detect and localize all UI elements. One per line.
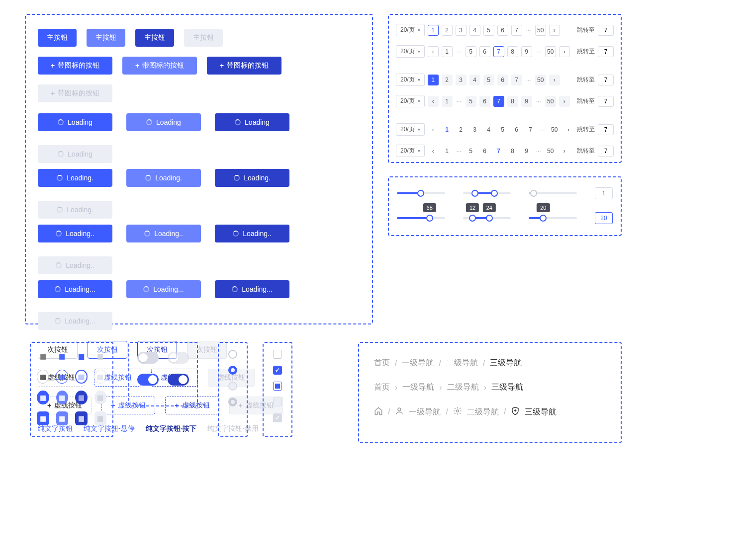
solid-icon-button-hover[interactable]: ▦ bbox=[56, 391, 69, 404]
checkbox-checked[interactable] bbox=[273, 366, 282, 375]
primary-button-hover[interactable]: 主按钮 bbox=[87, 29, 125, 47]
jump-input[interactable] bbox=[598, 46, 614, 57]
page-3[interactable]: 3 bbox=[469, 124, 480, 135]
bc-l2[interactable]: 二级导航 bbox=[447, 382, 479, 393]
loading-button-active[interactable]: Loading. bbox=[215, 169, 289, 187]
page-4[interactable]: 4 bbox=[483, 124, 494, 135]
loading-button[interactable]: Loading. bbox=[38, 169, 112, 187]
toggle-off[interactable] bbox=[137, 352, 159, 364]
slider-input-active[interactable] bbox=[595, 212, 613, 224]
icon-button-active[interactable]: 带图标的按钮 bbox=[207, 57, 281, 75]
toggle-on[interactable] bbox=[137, 374, 159, 386]
jump-input[interactable] bbox=[598, 124, 614, 135]
page-7[interactable]: 7 bbox=[493, 146, 504, 157]
page-prev[interactable]: ‹ bbox=[428, 96, 439, 107]
page-5[interactable]: 5 bbox=[466, 46, 476, 57]
page-next[interactable]: › bbox=[559, 146, 570, 157]
page-1[interactable]: 1 bbox=[442, 46, 453, 57]
slider-range[interactable] bbox=[463, 192, 511, 194]
slider-range-tooltip[interactable]: 1224 bbox=[463, 217, 511, 219]
ring-icon-button-active[interactable]: ▦ bbox=[75, 370, 88, 384]
page-last[interactable]: 50 bbox=[549, 124, 560, 135]
radio-unchecked[interactable] bbox=[228, 350, 237, 359]
loading-button[interactable]: Loading.. bbox=[38, 225, 112, 242]
bc-l1[interactable]: 一级导航 bbox=[402, 382, 434, 393]
square-icon-button[interactable]: ▦ bbox=[37, 411, 49, 425]
page-6[interactable]: 6 bbox=[511, 124, 522, 135]
user-icon[interactable] bbox=[395, 406, 404, 417]
page-8[interactable]: 8 bbox=[507, 96, 518, 107]
page-3[interactable]: 3 bbox=[456, 25, 466, 36]
page-1[interactable]: 1 bbox=[442, 124, 453, 135]
toggle-on-active[interactable] bbox=[168, 374, 189, 386]
solid-icon-button-active[interactable]: ▦ bbox=[75, 391, 88, 404]
page-last[interactable]: 50 bbox=[535, 25, 546, 36]
square-icon-button-active[interactable]: ▦ bbox=[75, 411, 88, 425]
page-next[interactable]: › bbox=[549, 75, 560, 85]
bc-home[interactable]: 首页 bbox=[374, 382, 390, 393]
slider-tooltip[interactable]: 20 bbox=[529, 217, 577, 219]
loading-button-hover[interactable]: Loading bbox=[126, 113, 201, 131]
loading-button-hover[interactable]: Loading. bbox=[126, 169, 201, 187]
page-2[interactable]: 2 bbox=[442, 25, 453, 36]
page-size-select[interactable]: 20/页▾ bbox=[396, 145, 425, 157]
loading-button-hover[interactable]: Loading.. bbox=[126, 225, 201, 242]
page-2[interactable]: 2 bbox=[442, 75, 453, 85]
page-7[interactable]: 7 bbox=[493, 46, 504, 57]
ring-icon-button[interactable]: ▦ bbox=[37, 370, 49, 384]
page-last[interactable]: 50 bbox=[545, 46, 556, 57]
page-3[interactable]: 3 bbox=[456, 75, 466, 85]
loading-button-active[interactable]: Loading bbox=[215, 113, 289, 131]
page-1[interactable]: 1 bbox=[428, 25, 439, 36]
gear-icon[interactable] bbox=[453, 406, 462, 417]
grid-icon-hover[interactable]: ▦ bbox=[56, 350, 69, 363]
page-size-select[interactable]: 20/页▾ bbox=[396, 74, 425, 86]
loading-button-active[interactable]: Loading... bbox=[215, 280, 289, 298]
page-7[interactable]: 7 bbox=[511, 25, 522, 36]
page-5[interactable]: 5 bbox=[483, 25, 494, 36]
page-next[interactable]: › bbox=[563, 124, 574, 135]
grid-icon[interactable]: ▦ bbox=[37, 350, 49, 363]
icon-button[interactable]: 带图标的按钮 bbox=[38, 57, 112, 75]
ring-icon-button-hover[interactable]: ▦ bbox=[56, 370, 68, 384]
slider-tooltip[interactable]: 68 bbox=[397, 217, 445, 219]
page-last[interactable]: 50 bbox=[545, 146, 556, 157]
page-4[interactable]: 4 bbox=[469, 25, 480, 36]
page-6[interactable]: 6 bbox=[479, 46, 490, 57]
page-6[interactable]: 6 bbox=[497, 25, 508, 36]
page-4[interactable]: 4 bbox=[469, 75, 480, 85]
primary-button-active[interactable]: 主按钮 bbox=[135, 29, 174, 47]
radio-checked[interactable] bbox=[228, 366, 237, 375]
loading-button-active[interactable]: Loading.. bbox=[215, 225, 289, 242]
page-last[interactable]: 50 bbox=[535, 75, 546, 85]
page-last[interactable]: 50 bbox=[545, 96, 556, 107]
loading-button-hover[interactable]: Loading... bbox=[126, 280, 201, 298]
solid-icon-button[interactable]: ▦ bbox=[37, 391, 49, 404]
page-7[interactable]: 7 bbox=[493, 96, 504, 107]
page-size-select[interactable]: 20/页▾ bbox=[396, 123, 425, 136]
home-icon[interactable] bbox=[374, 406, 383, 417]
checkbox-unchecked[interactable] bbox=[273, 350, 282, 359]
bc-home[interactable]: 首页 bbox=[374, 358, 390, 368]
loading-button[interactable]: Loading... bbox=[38, 280, 112, 298]
slider-input[interactable] bbox=[595, 187, 613, 199]
page-7[interactable]: 7 bbox=[511, 75, 522, 85]
page-1[interactable]: 1 bbox=[442, 146, 453, 157]
page-9[interactable]: 9 bbox=[521, 46, 532, 57]
bc-l1[interactable]: 一级导航 bbox=[402, 358, 434, 368]
checkbox-indeterminate[interactable] bbox=[273, 382, 282, 391]
page-8[interactable]: 8 bbox=[507, 146, 518, 157]
page-size-select[interactable]: 20/页▾ bbox=[396, 24, 425, 36]
page-1[interactable]: 1 bbox=[442, 96, 453, 107]
jump-input[interactable] bbox=[598, 96, 614, 107]
page-5[interactable]: 5 bbox=[497, 124, 508, 135]
page-5[interactable]: 5 bbox=[466, 96, 476, 107]
page-next[interactable]: › bbox=[549, 25, 560, 36]
page-next[interactable]: › bbox=[559, 46, 570, 57]
page-8[interactable]: 8 bbox=[507, 46, 518, 57]
page-size-select[interactable]: 20/页▾ bbox=[396, 95, 425, 107]
primary-button[interactable]: 主按钮 bbox=[38, 29, 77, 47]
slider-single[interactable] bbox=[397, 192, 445, 194]
page-7[interactable]: 7 bbox=[525, 124, 536, 135]
bc-l2[interactable]: 二级导航 bbox=[467, 407, 499, 417]
